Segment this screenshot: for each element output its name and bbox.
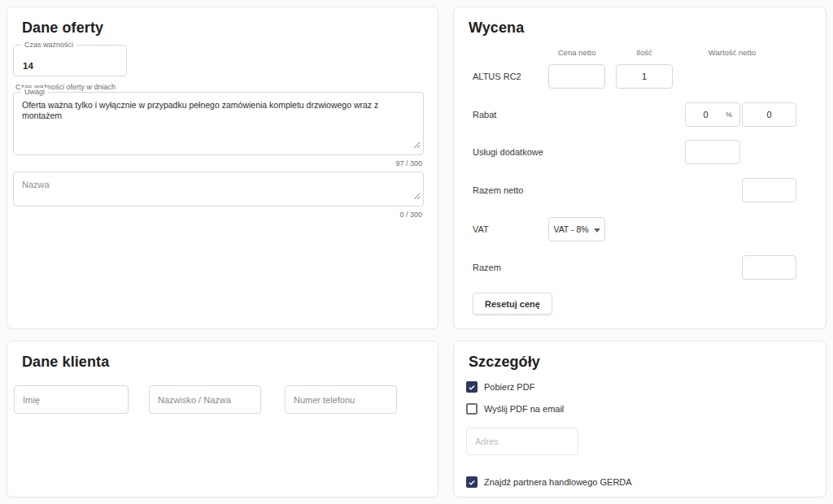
discount-percent-field: %	[685, 102, 740, 127]
vat-selected-value: VAT - 8%	[553, 224, 588, 234]
notes-textarea[interactable]: Oferta ważna tylko i wyłącznie w przypad…	[14, 93, 423, 154]
name-field	[13, 172, 424, 206]
find-partner-checkbox[interactable]: Znajdź partnera handlowego GERDA	[466, 476, 632, 488]
percent-suffix-label: %	[726, 111, 739, 119]
total-net-input[interactable]	[743, 185, 796, 195]
total-field	[742, 255, 796, 280]
product-quantity-field	[616, 64, 673, 89]
resize-handle-icon[interactable]	[413, 189, 421, 203]
column-header-net-price: Cena netto	[558, 48, 595, 57]
services-row-label: Usługi dodatkowe	[473, 140, 543, 164]
checkbox-icon	[466, 403, 478, 415]
name-textarea[interactable]	[14, 172, 423, 206]
discount-value-field	[742, 102, 796, 127]
discount-row-label: Rabat	[473, 102, 496, 127]
validity-field: Czas ważności	[13, 45, 127, 76]
details-card: Szczegóły Pobierz PDF Wyślij PDF na emai…	[453, 341, 826, 497]
total-net-field	[742, 178, 796, 202]
product-net-price-input[interactable]	[549, 72, 604, 81]
column-header-net-value: Wartość netto	[709, 48, 756, 57]
notes-field: Uwagi Oferta ważna tylko i wyłącznie w p…	[13, 92, 424, 155]
product-row-label: ALTUS RC2	[473, 64, 521, 89]
notes-char-counter: 97 / 300	[395, 159, 422, 167]
pricing-card: Wycena Cena netto Ilość Wartość netto AL…	[453, 7, 826, 329]
reset-price-button[interactable]: Resetuj cenę	[473, 293, 552, 315]
column-header-quantity: Ilość	[636, 48, 652, 57]
product-net-price-field	[548, 64, 605, 89]
validity-label: Czas ważności	[21, 41, 76, 50]
vat-select[interactable]: VAT - 8%	[548, 217, 605, 241]
download-pdf-checkbox[interactable]: Pobierz PDF	[466, 381, 534, 393]
address-input[interactable]	[466, 428, 578, 455]
discount-value-input[interactable]	[743, 110, 796, 119]
total-net-row-label: Razem netto	[473, 178, 523, 202]
client-card-title: Dane klienta	[22, 354, 109, 371]
vat-row-label: VAT	[473, 217, 489, 241]
offer-card: Dane oferty Czas ważności Czas ważności …	[7, 7, 438, 329]
client-card: Dane klienta	[7, 341, 438, 497]
details-card-title: Szczegóły	[469, 354, 540, 371]
checkbox-icon	[466, 476, 478, 488]
pricing-card-title: Wycena	[469, 20, 524, 37]
product-quantity-input[interactable]	[617, 72, 672, 81]
phone-number-input[interactable]	[285, 385, 397, 414]
total-input[interactable]	[743, 263, 796, 272]
services-value-input[interactable]	[686, 147, 739, 157]
name-char-counter: 0 / 300	[399, 211, 422, 219]
services-value-field	[685, 140, 740, 164]
send-pdf-email-checkbox[interactable]: Wyślij PDF na email	[466, 403, 564, 415]
checkbox-icon	[466, 381, 478, 393]
first-name-input[interactable]	[14, 385, 129, 414]
notes-label: Uwagi	[21, 88, 48, 97]
total-row-label: Razem	[473, 255, 501, 280]
offer-card-title: Dane oferty	[22, 20, 103, 37]
validity-input[interactable]	[14, 46, 126, 76]
discount-percent-input[interactable]	[686, 110, 726, 119]
last-name-input[interactable]	[149, 385, 261, 414]
send-pdf-email-label: Wyślij PDF na email	[484, 404, 564, 414]
download-pdf-label: Pobierz PDF	[484, 382, 534, 392]
resize-handle-icon[interactable]	[413, 137, 421, 152]
chevron-down-icon	[594, 228, 600, 232]
find-partner-label: Znajdź partnera handlowego GERDA	[484, 477, 632, 487]
